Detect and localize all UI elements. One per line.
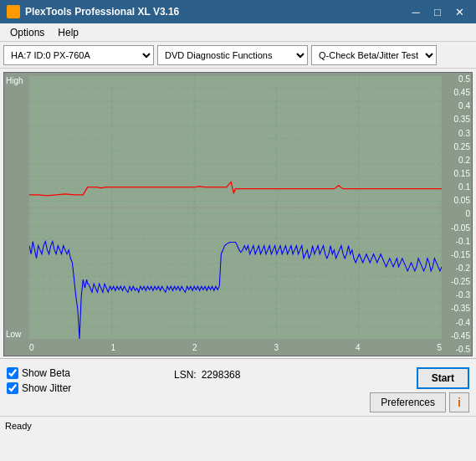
status-bar: Ready: [0, 416, 476, 434]
drive-select[interactable]: HA:7 ID:0 PX-760A: [3, 45, 154, 65]
chart-inner: [29, 76, 442, 339]
checkboxes-col: Show Beta Show Jitter: [7, 367, 174, 394]
test-select[interactable]: Q-Check Beta/Jitter Test: [311, 45, 437, 65]
button-area: Start Preferences i: [370, 367, 469, 412]
function-select[interactable]: DVD Diagnostic Functions: [157, 45, 308, 65]
chart-label-low: Low: [6, 330, 21, 339]
show-jitter-label: Show Jitter: [22, 382, 71, 394]
show-beta-checkbox[interactable]: [7, 367, 18, 379]
window-title: PlexTools Professional XL V3.16: [25, 6, 406, 18]
plextools-icon: [7, 5, 20, 18]
menu-help[interactable]: Help: [51, 25, 85, 40]
minimize-button[interactable]: ─: [406, 3, 426, 20]
show-beta-row: Show Beta: [7, 367, 174, 379]
maximize-button[interactable]: □: [427, 3, 448, 20]
show-jitter-checkbox[interactable]: [7, 382, 18, 394]
lsn-label: LSN:: [174, 369, 197, 381]
status-text: Ready: [5, 421, 32, 431]
chart-container: High Low 0.5 0.45 0.4 0.35 0.3 0.25 0.2 …: [3, 72, 473, 356]
chart-label-high: High: [6, 76, 23, 85]
start-button[interactable]: Start: [417, 367, 469, 389]
close-button[interactable]: ✕: [449, 3, 469, 20]
y-axis-right: 0.5 0.45 0.4 0.35 0.3 0.25 0.2 0.15 0.1 …: [442, 73, 472, 356]
x-axis-labels: 0 1 2 3 4 5: [29, 343, 442, 352]
chart-svg: [29, 76, 442, 339]
controls-panel: Show Beta Show Jitter LSN: 2298368 Start…: [0, 358, 476, 416]
lsn-area: LSN: 2298368: [174, 367, 370, 381]
menu-bar: Options Help: [0, 23, 476, 42]
title-controls: ─ □ ✕: [406, 3, 469, 20]
toolbar: HA:7 ID:0 PX-760A DVD Diagnostic Functio…: [0, 42, 476, 69]
preferences-button[interactable]: Preferences: [370, 392, 446, 412]
show-jitter-row: Show Jitter: [7, 382, 174, 394]
info-button[interactable]: i: [449, 392, 469, 412]
menu-options[interactable]: Options: [3, 25, 51, 40]
bottom-buttons: Preferences i: [370, 392, 469, 412]
lsn-value: 2298368: [202, 369, 241, 381]
title-bar: PlexTools Professional XL V3.16 ─ □ ✕: [0, 0, 476, 23]
show-beta-label: Show Beta: [22, 367, 70, 379]
